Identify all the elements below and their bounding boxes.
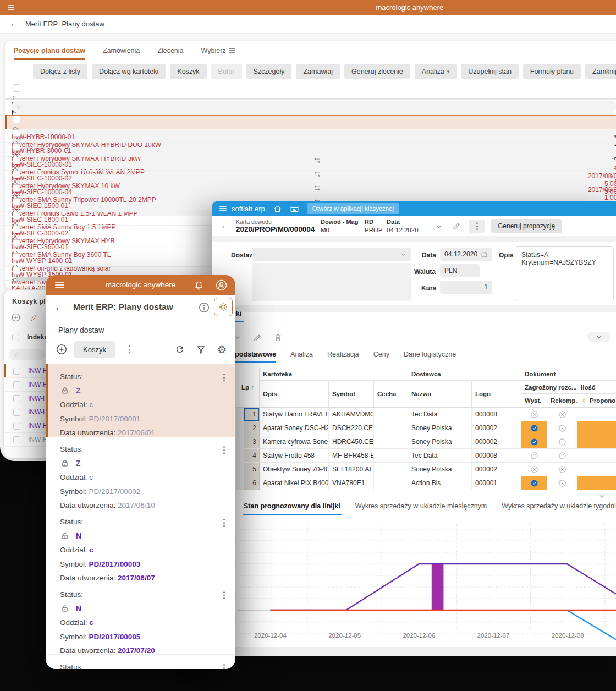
- plan-item-row[interactable]: INW-HYBR-3000-01 Inwerter Hybrydowy SKYM…: [5, 129, 616, 143]
- settings-gear-icon[interactable]: ⚙: [217, 344, 227, 355]
- dostawca-details-textarea[interactable]: [252, 263, 411, 301]
- detail-tab[interactable]: Ceny: [373, 350, 389, 363]
- toolbar-button[interactable]: Zamawiaj▾: [296, 64, 340, 79]
- chevron-down-icon[interactable]: [598, 492, 606, 501]
- col-opis[interactable]: Opis: [260, 381, 329, 407]
- row-handle[interactable]: [237, 476, 244, 490]
- filter-indeks[interactable]: [12, 101, 616, 112]
- row-handle[interactable]: [237, 463, 244, 476]
- row-handle[interactable]: [237, 408, 244, 421]
- refresh-icon[interactable]: [175, 344, 185, 354]
- dostawca-select[interactable]: [252, 248, 411, 261]
- home-icon[interactable]: [273, 204, 282, 213]
- plan-item-row[interactable]: INW-HYBR-10000-01 Inwerter Hybrydowy SKY…: [5, 115, 616, 129]
- toolbar-button[interactable]: Zamknij▾: [585, 64, 616, 79]
- chart-tab[interactable]: Wykres sprzedaży w układzie tygodniowym: [502, 502, 616, 515]
- col-propono[interactable]: Propono...: [578, 394, 616, 407]
- row-checkbox[interactable]: [13, 129, 20, 137]
- toolbar-button[interactable]: Analiza▾: [415, 64, 457, 79]
- row-checkbox[interactable]: [13, 157, 20, 164]
- calendar-icon[interactable]: [481, 251, 488, 258]
- row-checkbox[interactable]: [13, 198, 20, 206]
- open-classic-app-button[interactable]: Otwórz w aplikacji klasycznej: [307, 203, 399, 214]
- row-checkbox[interactable]: [13, 381, 20, 388]
- generate-proposal-button[interactable]: Generuj propozycję: [491, 219, 562, 233]
- card-menu-button[interactable]: [219, 445, 228, 455]
- koszyk-button[interactable]: Koszyk: [74, 341, 115, 358]
- row-checkbox[interactable]: [13, 253, 20, 261]
- data-input[interactable]: 04.12.2020: [440, 248, 492, 261]
- row-checkbox[interactable]: [13, 143, 20, 151]
- card-menu-button[interactable]: [219, 372, 228, 382]
- menu-hamburger-icon[interactable]: [219, 206, 227, 211]
- sort-arrow-icon[interactable]: ↑: [12, 94, 616, 101]
- line-row[interactable]: 4 Statyw Frotto 458 MF-BFR458-BH Tec Dat…: [237, 449, 616, 463]
- row-checkbox[interactable]: [13, 395, 20, 402]
- smart-assist-button[interactable]: [214, 298, 233, 316]
- row-handle[interactable]: [237, 435, 244, 448]
- detail-tab[interactable]: Analiza: [290, 350, 313, 363]
- card-menu-button[interactable]: [219, 590, 228, 600]
- plan-item-row[interactable]: INW-SIEC-10000-01 Inwerter Fronius Symo …: [5, 143, 616, 157]
- back-arrow-icon[interactable]: ←: [54, 300, 65, 314]
- chevron-down-icon[interactable]: [435, 222, 443, 231]
- edit-pencil-icon[interactable]: [253, 333, 262, 342]
- toolbar-button[interactable]: Generuj zlecenie▾: [344, 64, 410, 79]
- toolbar-button[interactable]: Koszyk▾: [170, 64, 206, 79]
- plan-tab[interactable]: Zlecenia: [157, 47, 183, 59]
- back-arrow-icon[interactable]: ←: [221, 221, 229, 231]
- plan-card[interactable]: Status: N Oddział: c Symbol: PD/2017/000…: [46, 582, 235, 655]
- row-checkbox[interactable]: [13, 212, 20, 220]
- filter-funnel-icon[interactable]: [196, 344, 206, 354]
- edit-pencil-icon[interactable]: [30, 313, 38, 322]
- plan-tab[interactable]: Zamówienia: [103, 47, 140, 59]
- back-arrow-icon[interactable]: ←: [10, 18, 19, 29]
- plan-item-row[interactable]: INW-SIEC-1500-01 Inwerter Fronius Galvo …: [5, 184, 616, 198]
- col-symbol[interactable]: Symbol: [329, 381, 374, 407]
- account-person-icon[interactable]: [215, 279, 228, 292]
- list-more-button[interactable]: [122, 341, 138, 358]
- plan-card[interactable]: Status: Z Oddział: c Symbol: PD/2017/000…: [46, 364, 235, 437]
- row-checkbox[interactable]: [13, 226, 20, 233]
- chart-tab[interactable]: Stan prognozowany dla linijki: [244, 502, 340, 515]
- detail-tab[interactable]: Realizacja: [327, 350, 359, 363]
- row-handle[interactable]: [237, 449, 244, 462]
- add-icon[interactable]: [11, 312, 21, 322]
- col-cecha[interactable]: Cecha: [374, 381, 408, 407]
- row-checkbox[interactable]: [13, 436, 20, 443]
- edit-pencil-icon[interactable]: [452, 221, 461, 231]
- col-lp[interactable]: Lp↑: [237, 368, 260, 407]
- row-checkbox[interactable]: [13, 184, 20, 192]
- kurs-input[interactable]: 1: [440, 281, 492, 294]
- plan-item-row[interactable]: INW-SIEC-10000-04 Inwerter SMA Sunny Tri…: [5, 171, 616, 184]
- plan-item-row[interactable]: INW-SIEC-10000-02 Inwerter Hybrydowy SKY…: [5, 157, 616, 171]
- plan-tab[interactable]: Wybierz: [201, 47, 235, 59]
- col-rekomp[interactable]: Rekomp.: [547, 394, 578, 407]
- toolbar-button[interactable]: Bufor▾: [211, 64, 242, 79]
- line-row[interactable]: 5 Obiektyw Soney 70-400 f/4-5.6 SEL18200…: [237, 463, 616, 476]
- opis-textarea[interactable]: Status=A Kryterium=NAJSZYBSZY: [516, 246, 614, 301]
- row-checkbox[interactable]: [13, 409, 20, 416]
- delete-trash-icon[interactable]: [273, 333, 283, 342]
- line-row[interactable]: 1 Statyw Hamo TRAVEL 163 AKHAMVDM00 Tec …: [237, 408, 616, 421]
- menu-hamburger-icon[interactable]: [55, 282, 64, 288]
- select-all-checkbox[interactable]: [13, 84, 20, 92]
- col-indeks[interactable]: Indeks: [27, 333, 48, 341]
- plan-card[interactable]: Status: Z Oddział: c Symbol: PD/2017/000…: [46, 437, 235, 509]
- row-checkbox[interactable]: [13, 239, 20, 247]
- add-icon[interactable]: [56, 343, 68, 355]
- plan-card[interactable]: Status: N Oddział: c Symbol: PD/2017/000…: [46, 509, 235, 582]
- document-more-button[interactable]: [469, 220, 485, 233]
- plan-card[interactable]: Status:: [46, 655, 235, 668]
- toolbar-button[interactable]: Uzupełnij stan▾: [461, 64, 519, 79]
- document-card-icon[interactable]: [290, 204, 299, 213]
- row-checkbox[interactable]: [13, 171, 20, 178]
- card-menu-button[interactable]: [219, 663, 228, 669]
- menu-hamburger-icon[interactable]: [8, 5, 14, 10]
- toolbar-button[interactable]: Dołącz z listy▾: [33, 64, 87, 79]
- card-menu-button[interactable]: [219, 518, 228, 528]
- chart-tab[interactable]: Wykres sprzedaży w układzie miesięcznym: [355, 502, 487, 515]
- select-all-checkbox[interactable]: [12, 334, 19, 341]
- col-wyst[interactable]: Wyst.: [521, 394, 547, 407]
- col-ilosc[interactable]: Ilość: [578, 381, 616, 394]
